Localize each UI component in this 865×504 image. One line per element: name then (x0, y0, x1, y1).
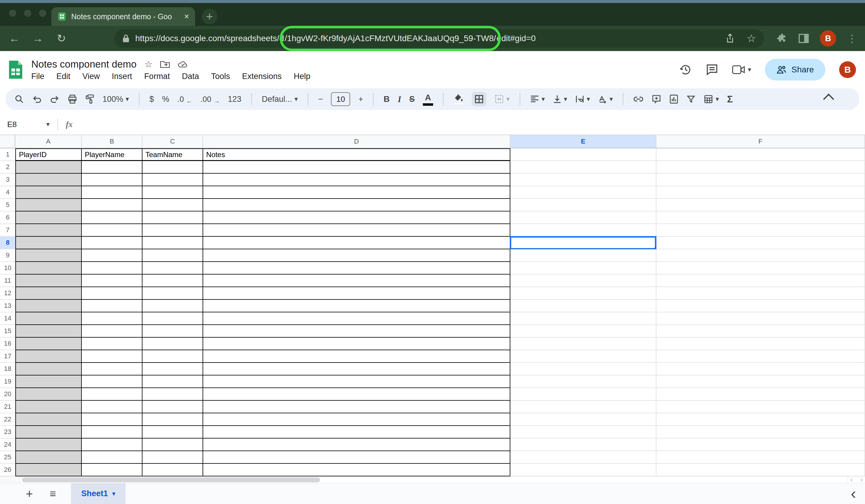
cell-E11[interactable] (510, 274, 656, 287)
cell-F11[interactable] (656, 274, 865, 287)
zoom-window-button[interactable] (39, 10, 46, 17)
browser-profile-avatar[interactable]: B (820, 30, 836, 47)
cell-E19[interactable] (510, 375, 656, 388)
cell-D7[interactable] (203, 224, 510, 237)
row-header-5[interactable]: 5 (0, 199, 15, 211)
cell-E3[interactable] (510, 174, 656, 186)
cell-D11[interactable] (203, 274, 510, 287)
cell-D26[interactable] (203, 464, 510, 476)
menu-tools[interactable]: Tools (211, 72, 230, 81)
menu-help[interactable]: Help (293, 72, 311, 81)
cell-D19[interactable] (203, 375, 510, 388)
cell-B4[interactable] (82, 186, 142, 199)
functions-button[interactable]: Σ (727, 94, 733, 105)
decrease-font-size-button[interactable]: − (318, 95, 323, 104)
text-color-button[interactable]: A (423, 93, 433, 106)
cell-D20[interactable] (203, 388, 510, 401)
forward-icon[interactable]: → (31, 33, 45, 44)
row-header-2[interactable]: 2 (0, 161, 15, 174)
name-box[interactable]: E8 (7, 120, 46, 129)
tab-close-icon[interactable]: × (184, 12, 189, 21)
cell-B26[interactable] (82, 464, 142, 476)
cell-D8[interactable] (203, 237, 510, 249)
create-filter-icon[interactable] (687, 95, 695, 104)
cell-C9[interactable] (142, 249, 203, 262)
cell-F1[interactable] (656, 148, 865, 161)
row-header-3[interactable]: 3 (0, 174, 15, 186)
cell-D3[interactable] (203, 174, 510, 186)
search-menus-icon[interactable] (14, 94, 24, 104)
cell-C1[interactable]: TeamName (142, 148, 203, 161)
decrease-decimal-button[interactable]: .0← (177, 95, 192, 104)
cell-C6[interactable] (142, 211, 203, 224)
text-wrap-button[interactable]: ▾ (575, 95, 590, 103)
column-header-A[interactable]: A (15, 135, 82, 148)
row-header-18[interactable]: 18 (0, 363, 15, 375)
cell-B8[interactable] (82, 237, 142, 249)
cell-F25[interactable] (656, 451, 865, 464)
cell-A19[interactable] (15, 375, 82, 388)
browser-tab[interactable]: Notes component demo - Goo × (51, 7, 195, 26)
column-header-F[interactable]: F (656, 135, 865, 148)
merge-cells-button[interactable]: ▾ (494, 94, 510, 104)
menu-format[interactable]: Format (144, 72, 170, 81)
close-window-button[interactable] (9, 10, 16, 17)
row-header-13[interactable]: 13 (0, 300, 15, 312)
cell-E2[interactable] (510, 161, 656, 174)
cell-A14[interactable] (15, 312, 82, 325)
cell-D4[interactable] (203, 186, 510, 199)
cell-F18[interactable] (656, 363, 865, 375)
cell-E5[interactable] (510, 199, 656, 211)
format-currency-button[interactable]: $ (149, 95, 154, 104)
cell-B20[interactable] (82, 388, 142, 401)
cell-F4[interactable] (656, 186, 865, 199)
cell-A5[interactable] (15, 199, 82, 211)
cell-B10[interactable] (82, 262, 142, 274)
select-all-corner[interactable] (0, 135, 15, 148)
cell-B23[interactable] (82, 426, 142, 438)
cell-F13[interactable] (656, 300, 865, 312)
cell-A15[interactable] (15, 325, 82, 338)
cell-A9[interactable] (15, 249, 82, 262)
share-page-icon[interactable] (726, 33, 735, 44)
cell-B17[interactable] (82, 350, 142, 363)
cell-D1[interactable]: Notes (203, 148, 510, 161)
cell-A7[interactable] (15, 224, 82, 237)
cell-C11[interactable] (142, 274, 203, 287)
cell-A26[interactable] (15, 464, 82, 476)
cell-E23[interactable] (510, 426, 656, 438)
cell-F16[interactable] (656, 338, 865, 350)
row-header-7[interactable]: 7 (0, 224, 15, 237)
row-header-9[interactable]: 9 (0, 249, 15, 262)
cell-C26[interactable] (142, 464, 203, 476)
column-header-C[interactable]: C (142, 135, 203, 148)
side-panel-toggle-icon[interactable]: ‹ (851, 488, 856, 500)
cell-F6[interactable] (656, 211, 865, 224)
bold-button[interactable]: B (383, 94, 390, 104)
row-header-16[interactable]: 16 (0, 338, 15, 350)
menu-data[interactable]: Data (182, 72, 199, 81)
comment-history-icon[interactable] (706, 63, 718, 76)
redo-icon[interactable] (50, 95, 59, 103)
cell-B19[interactable] (82, 375, 142, 388)
cell-A2[interactable] (15, 161, 82, 174)
format-percent-button[interactable]: % (162, 95, 169, 104)
row-header-12[interactable]: 12 (0, 287, 15, 300)
version-history-icon[interactable] (679, 63, 692, 76)
cell-C25[interactable] (142, 451, 203, 464)
row-header-4[interactable]: 4 (0, 186, 15, 199)
cell-E25[interactable] (510, 451, 656, 464)
row-header-8[interactable]: 8 (0, 237, 15, 249)
cell-C3[interactable] (142, 174, 203, 186)
cell-B15[interactable] (82, 325, 142, 338)
meet-video-call-button[interactable]: ▾ (732, 65, 751, 75)
cell-B11[interactable] (82, 274, 142, 287)
strikethrough-button[interactable]: S (410, 95, 415, 104)
cell-C24[interactable] (142, 438, 203, 451)
undo-icon[interactable] (32, 95, 42, 103)
cell-D21[interactable] (203, 401, 510, 413)
row-header-25[interactable]: 25 (0, 451, 15, 464)
row-header-26[interactable]: 26 (0, 464, 15, 476)
row-header-24[interactable]: 24 (0, 438, 15, 451)
scrollbar-thumb[interactable] (22, 477, 320, 482)
